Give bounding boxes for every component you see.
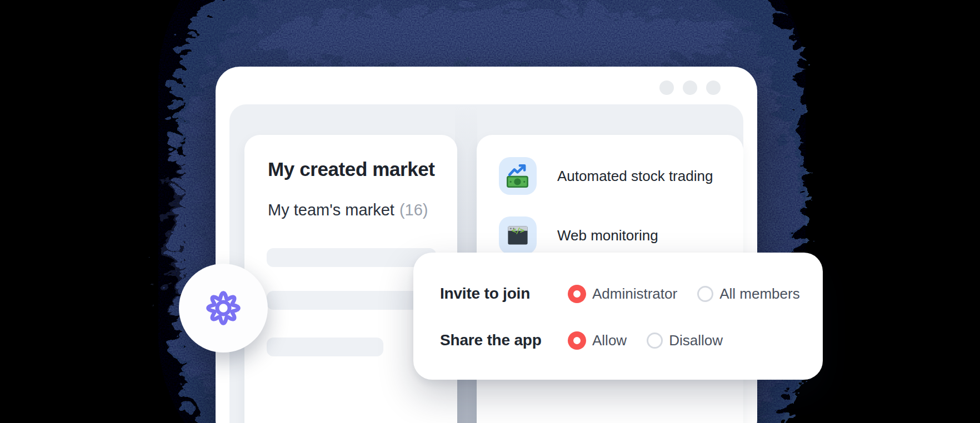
settings-popover: Invite to join Administrator All members… — [413, 253, 823, 380]
list-item-label: Web monitoring — [557, 227, 658, 244]
radio-unselected-icon[interactable] — [647, 333, 663, 349]
share-setting-row: Share the app Allow Disallow — [440, 329, 806, 351]
list-item-label: Automated stock trading — [557, 168, 713, 185]
radio-selected-icon[interactable] — [568, 285, 586, 303]
team-market-count: (16) — [399, 201, 428, 219]
radio-option-label: All members — [719, 285, 799, 303]
radio-option-label: Disallow — [669, 332, 723, 349]
list-item-web-monitoring[interactable]: </> Web monitoring — [499, 216, 730, 254]
radio-option-administrator[interactable]: Administrator — [568, 285, 677, 303]
window-control-dot[interactable] — [659, 80, 674, 95]
setting-label: Invite to join — [440, 285, 568, 303]
stock-trading-icon — [499, 157, 537, 195]
page-title: My created market — [268, 158, 435, 180]
radio-option-allow[interactable]: Allow — [568, 331, 627, 350]
team-market-label: My team's market — [268, 201, 394, 219]
skeleton-bar — [267, 248, 436, 267]
skeleton-bar — [267, 291, 436, 310]
radio-option-all-members[interactable]: All members — [697, 285, 799, 303]
radio-unselected-icon[interactable] — [697, 286, 713, 302]
setting-label: Share the app — [440, 331, 568, 349]
gear-icon — [203, 288, 244, 329]
list-item-stock-trading[interactable]: Automated stock trading — [499, 157, 730, 195]
team-market-nav-item[interactable]: My team's market(16) — [268, 201, 428, 219]
radio-option-label: Allow — [592, 332, 627, 349]
web-monitoring-icon: </> — [499, 216, 537, 254]
radio-option-disallow[interactable]: Disallow — [647, 332, 723, 349]
skeleton-bar — [267, 338, 383, 356]
settings-badge[interactable] — [179, 264, 268, 352]
radio-selected-icon[interactable] — [568, 331, 586, 350]
window-control-dot[interactable] — [683, 80, 697, 95]
radio-option-label: Administrator — [592, 285, 677, 303]
code-glyph: </> — [499, 226, 537, 235]
illustration-canvas: My created market My team's market(16) — [0, 0, 980, 423]
window-control-dot[interactable] — [706, 80, 721, 95]
invite-setting-row: Invite to join Administrator All members — [440, 283, 806, 305]
